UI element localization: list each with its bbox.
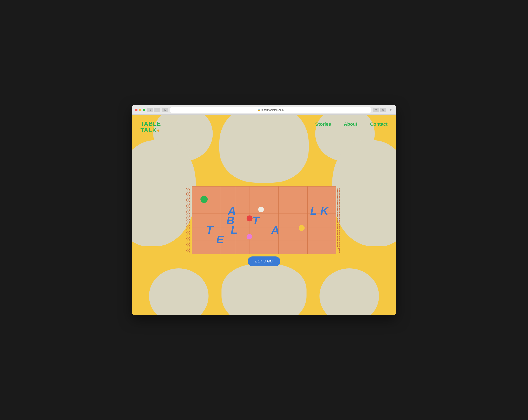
rug-letter-T1: T <box>206 224 213 235</box>
browser-nav-buttons: ‹ › <box>147 108 160 112</box>
rug-grid <box>192 186 336 254</box>
browser-chrome: ‹ › ⊞ 🔒 joinourtabletalk.com ⬆ ⧉ + <box>132 105 396 115</box>
lock-icon: 🔒 <box>258 109 260 111</box>
rug-letter-L2: L <box>310 205 317 216</box>
rug: A B L T E T A L K LET'S GO <box>192 186 336 254</box>
duplicate-button[interactable]: ⧉ <box>380 108 386 112</box>
site-nav: TABLE TALK Stories About Contact <box>132 115 396 140</box>
address-bar[interactable]: 🔒 joinourtabletalk.com <box>170 107 371 113</box>
share-button[interactable]: ⬆ <box>373 108 379 112</box>
browser-actions: ⬆ ⧉ <box>373 108 386 112</box>
nav-link-contact[interactable]: Contact <box>370 122 387 127</box>
nav-links: Stories About Contact <box>315 121 387 127</box>
lets-go-button[interactable]: LET'S GO <box>248 256 280 266</box>
forward-button[interactable]: › <box>154 108 160 112</box>
blob-bottom-right <box>320 268 379 315</box>
reader-button[interactable]: ⊞ <box>162 108 168 112</box>
rug-circle-white <box>258 207 264 212</box>
back-button[interactable]: ‹ <box>147 108 153 112</box>
nav-link-stories[interactable]: Stories <box>315 122 331 127</box>
traffic-light-red[interactable] <box>135 109 138 111</box>
browser-window: ‹ › ⊞ 🔒 joinourtabletalk.com ⬆ ⧉ + <box>132 105 396 315</box>
traffic-light-green[interactable] <box>143 109 145 111</box>
rug-circle-green <box>200 196 208 203</box>
nav-link-about[interactable]: About <box>344 122 358 127</box>
site-logo[interactable]: TABLE TALK <box>141 121 161 134</box>
logo-dot <box>157 130 159 132</box>
rug-letter-A2: A <box>271 224 279 235</box>
blob-bottom-center <box>221 264 307 315</box>
url-text: joinourtabletalk.com <box>261 109 284 112</box>
rug-letter-L: L <box>231 224 238 235</box>
logo-line2: TALK <box>141 127 157 133</box>
fringe-right <box>336 186 342 254</box>
rug-letter-T2: T <box>252 215 259 226</box>
new-tab-button[interactable]: + <box>388 108 393 112</box>
rug-container: A B L T E T A L K LET'S GO <box>192 186 336 254</box>
traffic-light-yellow[interactable] <box>139 109 141 111</box>
blob-bottom-left <box>149 268 208 315</box>
fringe-left <box>186 186 192 254</box>
page-content: TABLE TALK Stories About Contact <box>132 115 396 315</box>
traffic-lights <box>135 109 145 111</box>
logo-line1: TABLE <box>141 120 161 127</box>
rug-letter-K: K <box>320 205 328 216</box>
rug-letter-E: E <box>216 234 224 245</box>
rug-circle-red <box>247 216 252 221</box>
